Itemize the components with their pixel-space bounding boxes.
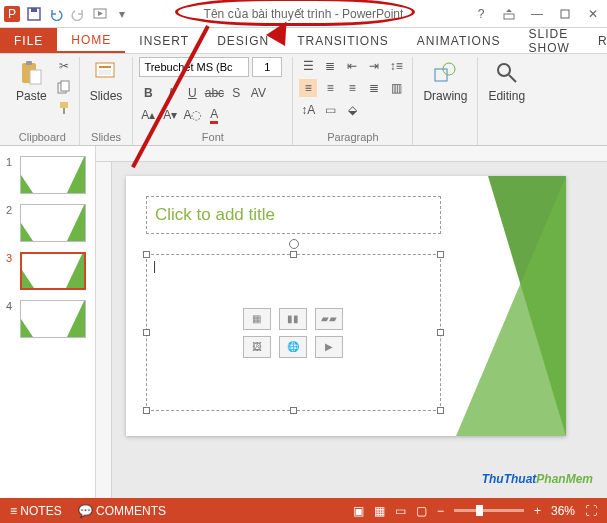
help-icon[interactable]: ? (471, 4, 491, 24)
new-slide-button[interactable]: Slides (86, 57, 127, 106)
editing-button[interactable]: Editing (484, 57, 529, 106)
tab-insert[interactable]: INSERT (125, 28, 203, 53)
align-left-icon[interactable]: ≡ (299, 79, 317, 97)
group-drawing: Drawing (413, 57, 478, 145)
thumbnail-1[interactable]: 1 (0, 152, 95, 200)
svg-rect-3 (31, 8, 37, 12)
text-direction-icon[interactable]: ↕A (299, 101, 317, 119)
tab-slideshow[interactable]: SLIDE SHOW (515, 28, 584, 53)
char-spacing-icon[interactable]: AV (249, 84, 267, 102)
svg-rect-9 (30, 70, 41, 84)
smartart-icon[interactable]: ⬙ (343, 101, 361, 119)
comments-button[interactable]: 💬 COMMENTS (78, 504, 166, 518)
ribbon-options-icon[interactable] (499, 4, 519, 24)
group-clipboard: Paste ✂ Clipboard (6, 57, 80, 145)
workspace: 1 2 3 4 Click to add title (0, 146, 607, 498)
qat-customize-icon[interactable]: ▾ (114, 6, 130, 22)
resize-handle[interactable] (437, 407, 444, 414)
undo-icon[interactable] (48, 6, 64, 22)
numbering-icon[interactable]: ≣ (321, 57, 339, 75)
maximize-icon[interactable] (555, 4, 575, 24)
insert-table-icon[interactable]: ▦ (243, 308, 271, 330)
drawing-button[interactable]: Drawing (419, 57, 471, 106)
resize-handle[interactable] (143, 251, 150, 258)
save-icon[interactable] (26, 6, 42, 22)
font-size-combo[interactable]: 1 (252, 57, 282, 77)
resize-handle[interactable] (143, 329, 150, 336)
thumb-slide (20, 300, 86, 338)
slides-btn-label: Slides (90, 89, 123, 103)
rotate-handle[interactable] (289, 239, 299, 249)
cut-icon[interactable]: ✂ (55, 57, 73, 75)
columns-icon[interactable]: ▥ (387, 79, 405, 97)
tab-animations[interactable]: ANIMATIONS (403, 28, 515, 53)
align-center-icon[interactable]: ≡ (321, 79, 339, 97)
line-spacing-icon[interactable]: ↕≡ (387, 57, 405, 75)
ribbon-tabs: FILE HOME INSERT DESIGN TRANSITIONS ANIM… (0, 28, 607, 54)
notes-button[interactable]: ≡ NOTES (10, 504, 62, 518)
bullets-icon[interactable]: ☰ (299, 57, 317, 75)
close-icon[interactable]: ✕ (583, 4, 603, 24)
insert-smartart-icon[interactable]: ▰▰ (315, 308, 343, 330)
content-placeholder[interactable]: | ▦ ▮▮ ▰▰ 🖼 🌐 ▶ (146, 254, 441, 411)
redo-icon[interactable] (70, 6, 86, 22)
reading-view-icon[interactable]: ▭ (395, 504, 406, 518)
resize-handle[interactable] (437, 329, 444, 336)
thumbnail-4[interactable]: 4 (0, 296, 95, 344)
minimize-icon[interactable]: — (527, 4, 547, 24)
slideshow-view-icon[interactable]: ▢ (416, 504, 427, 518)
justify-icon[interactable]: ≣ (365, 79, 383, 97)
svg-rect-15 (99, 66, 111, 68)
zoom-in-icon[interactable]: + (534, 504, 541, 518)
insert-online-picture-icon[interactable]: 🌐 (279, 336, 307, 358)
fit-window-icon[interactable]: ⛶ (585, 504, 597, 518)
increase-font-icon[interactable]: A▴ (139, 106, 157, 124)
thumbnail-3[interactable]: 3 (0, 248, 95, 296)
ribbon: Paste ✂ Clipboard Slides Slides Trebuche… (0, 54, 607, 146)
copy-icon[interactable] (55, 78, 73, 96)
indent-inc-icon[interactable]: ⇥ (365, 57, 383, 75)
format-painter-icon[interactable] (55, 99, 73, 117)
paste-button[interactable]: Paste (12, 57, 51, 106)
tab-review[interactable]: RE (584, 28, 607, 53)
start-slideshow-icon[interactable] (92, 6, 108, 22)
title-placeholder[interactable]: Click to add title (146, 196, 441, 234)
svg-rect-13 (63, 108, 65, 114)
align-text-icon[interactable]: ▭ (321, 101, 339, 119)
group-font: Trebuchet MS (Bc 1 B I U abc S AV A▴ A▾ … (133, 57, 293, 145)
resize-handle[interactable] (437, 251, 444, 258)
resize-handle[interactable] (290, 251, 297, 258)
normal-view-icon[interactable]: ▣ (353, 504, 364, 518)
clear-format-icon[interactable]: A◌ (183, 106, 201, 124)
align-right-icon[interactable]: ≡ (343, 79, 361, 97)
underline-button[interactable]: U (183, 84, 201, 102)
insert-video-icon[interactable]: ▶ (315, 336, 343, 358)
zoom-out-icon[interactable]: − (437, 504, 444, 518)
indent-dec-icon[interactable]: ⇤ (343, 57, 361, 75)
insert-chart-icon[interactable]: ▮▮ (279, 308, 307, 330)
resize-handle[interactable] (143, 407, 150, 414)
zoom-level[interactable]: 36% (551, 504, 575, 518)
insert-picture-icon[interactable]: 🖼 (243, 336, 271, 358)
drawing-label: Drawing (423, 89, 467, 103)
resize-handle[interactable] (290, 407, 297, 414)
bold-button[interactable]: B (139, 84, 157, 102)
sorter-view-icon[interactable]: ▦ (374, 504, 385, 518)
font-name-combo[interactable]: Trebuchet MS (Bc (139, 57, 249, 77)
tab-transitions[interactable]: TRANSITIONS (283, 28, 403, 53)
tab-file[interactable]: FILE (0, 28, 57, 53)
tab-design[interactable]: DESIGN (203, 28, 283, 53)
svg-line-20 (509, 75, 516, 82)
italic-button[interactable]: I (161, 84, 179, 102)
window-controls: ? — ✕ (471, 4, 603, 24)
strikethrough-button[interactable]: abc (205, 84, 223, 102)
slides-label: Slides (86, 129, 127, 145)
text-shadow-button[interactable]: S (227, 84, 245, 102)
tab-home[interactable]: HOME (57, 28, 125, 53)
font-color-icon[interactable]: A (205, 106, 223, 124)
thumbnail-2[interactable]: 2 (0, 200, 95, 248)
slide-canvas[interactable]: Click to add title | ▦ ▮▮ ▰▰ (126, 176, 566, 436)
decrease-font-icon[interactable]: A▾ (161, 106, 179, 124)
thumb-slide (20, 156, 86, 194)
zoom-slider[interactable] (454, 509, 524, 512)
